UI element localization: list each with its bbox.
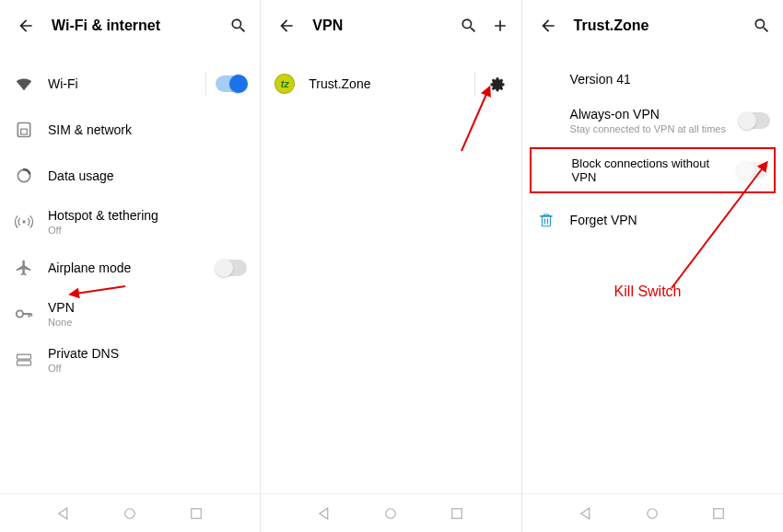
svg-point-10 (386, 508, 396, 518)
page-title: Trust.Zone (574, 17, 746, 34)
back-arrow-icon (17, 17, 35, 35)
trustzone-app-icon: tz (274, 73, 296, 95)
block-connections-toggle[interactable] (737, 162, 768, 179)
search-icon (753, 17, 771, 35)
gear-icon (486, 74, 507, 94)
always-on-vpn-row[interactable]: Always-on VPN Stay connected to VPN at a… (522, 98, 783, 144)
airplane-toggle[interactable] (216, 260, 247, 276)
search-icon (460, 17, 478, 35)
svg-rect-14 (714, 508, 724, 518)
nav-recent-button[interactable] (710, 505, 727, 522)
nav-home-button[interactable] (122, 505, 138, 522)
back-button[interactable] (274, 13, 299, 39)
add-vpn-button[interactable] (485, 10, 516, 41)
settings-wifi-internet-panel: Wi-Fi & internet Wi-Fi SIM & n (0, 0, 261, 532)
settings-vpn-detail-panel: Trust.Zone Version 41 Always-on VPN Stay… (522, 0, 783, 532)
nav-bar (522, 493, 783, 532)
private-dns-row[interactable]: Private DNS Off (0, 337, 260, 383)
sim-network-row[interactable]: SIM & network (0, 107, 260, 153)
nav-home-button[interactable] (382, 505, 399, 522)
vpn-entry-trustzone[interactable]: tz Trust.Zone (261, 61, 520, 107)
header: Trust.Zone (522, 0, 783, 52)
block-connections-label: Block connections without VPN (572, 156, 737, 184)
vpn-entry-settings-button[interactable] (485, 72, 508, 96)
always-on-toggle[interactable] (739, 112, 770, 129)
wifi-row[interactable]: Wi-Fi (0, 61, 260, 107)
vpn-entry-name: Trust.Zone (309, 76, 464, 91)
nav-back-button[interactable] (578, 505, 594, 522)
nav-home-button[interactable] (644, 505, 660, 522)
back-button[interactable] (535, 13, 561, 39)
hotspot-label: Hotspot & tethering (48, 208, 247, 223)
search-button[interactable] (453, 10, 485, 41)
back-button[interactable] (13, 13, 39, 39)
svg-rect-6 (18, 361, 31, 365)
vpn-label: VPN (48, 300, 247, 315)
svg-point-13 (648, 508, 658, 518)
vpn-key-icon (13, 303, 35, 325)
page-title: Wi-Fi & internet (52, 17, 223, 34)
wifi-label: Wi-Fi (48, 76, 196, 91)
hotspot-row[interactable]: Hotspot & tethering Off (0, 199, 260, 245)
svg-rect-11 (452, 508, 462, 518)
back-arrow-icon (277, 17, 296, 35)
dns-label: Private DNS (48, 346, 247, 361)
search-button[interactable] (223, 10, 254, 41)
nav-back-button[interactable] (316, 505, 333, 522)
airplane-label: Airplane mode (48, 260, 216, 275)
separator (474, 72, 475, 96)
search-icon (229, 17, 248, 35)
settings-vpn-panel: VPN tz Trust.Zone (261, 0, 521, 532)
forget-vpn-row[interactable]: Forget VPN (522, 197, 783, 243)
search-button[interactable] (746, 10, 777, 41)
back-arrow-icon (539, 17, 557, 35)
hotspot-icon (13, 211, 35, 233)
data-usage-icon (13, 165, 35, 187)
dns-sub: Off (48, 363, 247, 374)
settings-list: Wi-Fi SIM & network Data usage (0, 52, 260, 493)
hotspot-sub: Off (48, 225, 247, 236)
nav-bar (0, 493, 260, 532)
airplane-row[interactable]: Airplane mode (0, 245, 260, 291)
separator (205, 72, 206, 96)
always-on-label: Always-on VPN (570, 107, 739, 121)
wifi-toggle[interactable] (216, 75, 247, 92)
vpn-sub: None (48, 317, 247, 328)
sim-icon (13, 119, 35, 141)
data-usage-row[interactable]: Data usage (0, 153, 260, 199)
nav-bar (261, 493, 520, 532)
data-usage-label: Data usage (48, 168, 247, 183)
block-connections-row[interactable]: Block connections without VPN (530, 147, 776, 193)
wifi-icon (13, 73, 35, 95)
version-label: Version 41 (570, 72, 770, 87)
nav-recent-button[interactable] (188, 505, 205, 522)
always-on-sub: Stay connected to VPN at all times (570, 123, 739, 134)
vpn-list: tz Trust.Zone (261, 52, 520, 493)
svg-rect-1 (21, 129, 28, 134)
header: Wi-Fi & internet (0, 0, 260, 52)
svg-point-3 (22, 220, 25, 223)
nav-recent-button[interactable] (449, 505, 465, 522)
svg-point-7 (125, 508, 135, 518)
sim-label: SIM & network (48, 122, 247, 137)
dns-icon (13, 349, 35, 371)
vpn-row[interactable]: VPN None (0, 291, 260, 337)
svg-point-4 (17, 310, 23, 317)
plus-icon (491, 17, 509, 35)
airplane-icon (13, 257, 35, 279)
page-title: VPN (312, 17, 452, 34)
vpn-detail-list: Version 41 Always-on VPN Stay connected … (522, 52, 783, 493)
header: VPN (261, 0, 520, 52)
version-row: Version 41 (522, 61, 783, 98)
svg-rect-8 (192, 508, 202, 518)
svg-rect-5 (18, 354, 31, 359)
forget-vpn-label: Forget VPN (570, 213, 770, 227)
trash-icon (535, 209, 557, 231)
nav-back-button[interactable] (55, 505, 72, 522)
